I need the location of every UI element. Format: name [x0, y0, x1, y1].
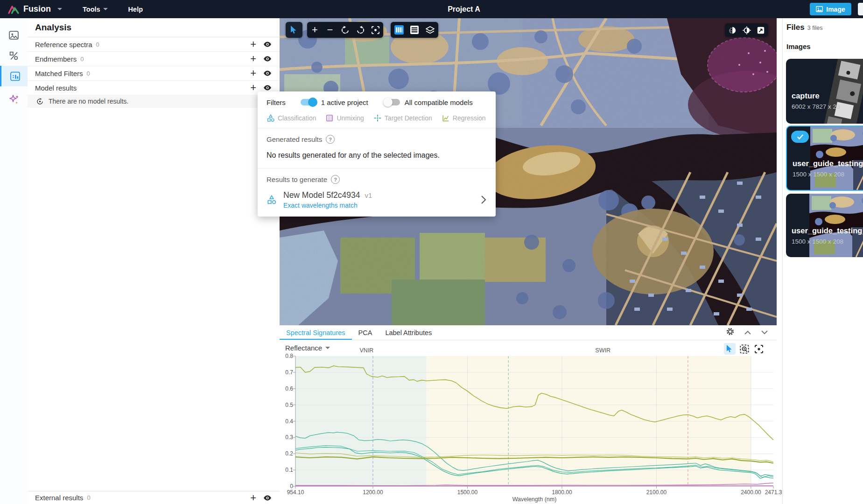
chevron-down-icon — [325, 347, 330, 349]
tab-label-attributes[interactable]: Label Attributes — [379, 325, 438, 340]
cursor-icon — [726, 345, 733, 353]
y-axis-tick: 0.5 — [265, 402, 293, 408]
selected-check-badge[interactable] — [791, 131, 809, 143]
y-axis-tick: 0.7 — [265, 369, 293, 376]
filters-title: Filters — [267, 98, 286, 106]
row-endmembers[interactable]: Endmembers 0 + — [28, 52, 280, 66]
row-label: Endmembers — [35, 55, 77, 63]
zoom-in-button[interactable]: + — [308, 22, 323, 38]
y-unit-dropdown[interactable]: Reflectance — [285, 344, 330, 352]
project-title: Project A — [448, 5, 480, 14]
toggle-visibility-icon[interactable] — [263, 40, 272, 49]
analysis-panel: Analysis Reference spectra 0 + Endmember… — [28, 18, 280, 504]
chart-pointer-tool[interactable] — [724, 343, 736, 355]
file-card-capture[interactable]: capture 6002 x 7827 x 23 — [786, 59, 863, 124]
analysis-title: Analysis — [28, 18, 280, 37]
rail-item-unmixing[interactable] — [0, 45, 28, 66]
spectral-chart-panel: Spectral Signatures PCA Label Attributes… — [280, 325, 777, 504]
spectral-region-label: VNIR — [360, 347, 374, 354]
collapse-down-icon[interactable] — [761, 329, 768, 337]
layers-button[interactable] — [423, 22, 438, 38]
row-label: Model results — [35, 84, 77, 92]
export-view-button[interactable] — [754, 23, 768, 37]
add-model-results-button[interactable]: + — [250, 83, 256, 93]
center-focus-button[interactable] — [368, 22, 383, 38]
toggle-visibility-icon[interactable] — [263, 69, 272, 78]
row-label: Reference spectra — [35, 41, 92, 49]
add-matched-filters-button[interactable]: + — [250, 68, 256, 78]
add-endmembers-button[interactable]: + — [250, 54, 256, 64]
generated-results-title: Generated results — [267, 135, 322, 143]
rail-item-images[interactable] — [0, 25, 28, 45]
spectral-plot[interactable] — [295, 356, 773, 486]
check-icon — [797, 133, 804, 140]
regression-icon — [442, 114, 450, 122]
row-external-results[interactable]: External results 0 + — [28, 491, 280, 504]
file-card-user-guide-1[interactable]: user_guide_testing_l 1500 x 1500 x 208 — [786, 126, 863, 191]
help-icon[interactable]: ? — [326, 135, 335, 144]
halftone-button[interactable] — [725, 23, 739, 37]
tab-spectral-signatures[interactable]: Spectral Signatures — [280, 325, 352, 340]
row-reference-spectra[interactable]: Reference spectra 0 + — [28, 37, 280, 52]
file-card-user-guide-2[interactable]: user_guide_testing_l 1500 x 1500 x 208 — [786, 194, 863, 257]
add-reference-spectra-button[interactable]: + — [250, 39, 256, 49]
all-models-toggle[interactable] — [384, 99, 400, 105]
spectral-plot-svg[interactable] — [295, 356, 773, 486]
menu-help[interactable]: Help — [128, 6, 143, 13]
toggle-visibility-icon[interactable] — [263, 54, 272, 63]
settings-gear-icon[interactable] — [726, 327, 735, 338]
left-icon-rail — [0, 18, 28, 504]
menu-tools[interactable]: Tools — [83, 6, 108, 13]
columns-view-button[interactable] — [392, 22, 407, 38]
image-button[interactable]: Image — [810, 3, 851, 15]
file-name: capture — [792, 91, 820, 100]
active-project-toggle[interactable] — [301, 99, 316, 105]
contrast-button[interactable] — [740, 23, 754, 37]
row-matched-filters[interactable]: Matched Filters 0 + — [28, 66, 280, 81]
row-count: 0 — [87, 70, 90, 77]
viewer-layout-toolbar — [391, 22, 438, 38]
rotate-cw-button[interactable] — [353, 22, 368, 38]
chevron-right-icon[interactable] — [480, 195, 487, 204]
pointer-tool-button[interactable] — [286, 22, 302, 38]
add-external-results-button[interactable]: + — [250, 493, 256, 503]
y-axis-tick: 0.4 — [265, 418, 293, 425]
generated-results-empty: No results generated for any of the sele… — [258, 145, 496, 168]
rows-view-button[interactable] — [407, 22, 422, 38]
chart-reset-view-tool[interactable] — [753, 343, 765, 355]
chip-classification[interactable]: Classification — [267, 114, 316, 122]
row-label: Matched Filters — [35, 70, 83, 77]
chart-zoom-region-tool[interactable] — [738, 343, 750, 355]
image-icon — [816, 6, 823, 12]
model-to-generate-row[interactable]: New Model 5f2c4934v1 Exact wavelengths m… — [258, 185, 496, 210]
sparkles-icon — [8, 94, 20, 105]
chip-regression[interactable]: Regression — [442, 114, 486, 122]
zoom-out-button[interactable]: − — [323, 22, 337, 38]
collapse-up-icon[interactable] — [744, 329, 751, 337]
results-to-generate-title: Results to generate — [267, 175, 327, 183]
filter-chips: Classification Unmixing Target Detection — [258, 113, 496, 128]
toggle-visibility-icon[interactable] — [263, 493, 272, 503]
toggle-visibility-icon[interactable] — [263, 83, 272, 92]
x-axis-tick: 2471.3 — [765, 489, 782, 496]
image-icon — [8, 30, 19, 41]
wavelengths-match-link[interactable]: Exact wavelengths match — [283, 202, 372, 209]
external-results-section: External results 0 + — [28, 491, 280, 504]
model-results-empty-row: There are no model results. — [28, 95, 280, 108]
chip-target-detection[interactable]: Target Detection — [373, 114, 432, 122]
all-models-label: All compatible models — [405, 98, 473, 106]
app-menu[interactable]: Fusion — [7, 4, 62, 14]
tab-pca[interactable]: PCA — [352, 325, 379, 340]
file-name: user_guide_testing_l — [793, 159, 863, 168]
y-axis-tick: 0.2 — [265, 450, 293, 457]
row-model-results[interactable]: Model results + — [28, 81, 280, 95]
rail-item-ai-tools[interactable] — [0, 89, 28, 110]
rail-item-analysis[interactable] — [0, 66, 29, 86]
help-icon[interactable]: ? — [331, 175, 340, 184]
rotate-ccw-button[interactable] — [338, 22, 353, 38]
image-thumbnail — [809, 194, 863, 257]
classification-icon — [267, 114, 275, 122]
chip-unmixing[interactable]: Unmixing — [325, 114, 364, 122]
edge-cutoff-button[interactable] — [858, 3, 863, 15]
chevron-down-icon — [103, 8, 108, 10]
